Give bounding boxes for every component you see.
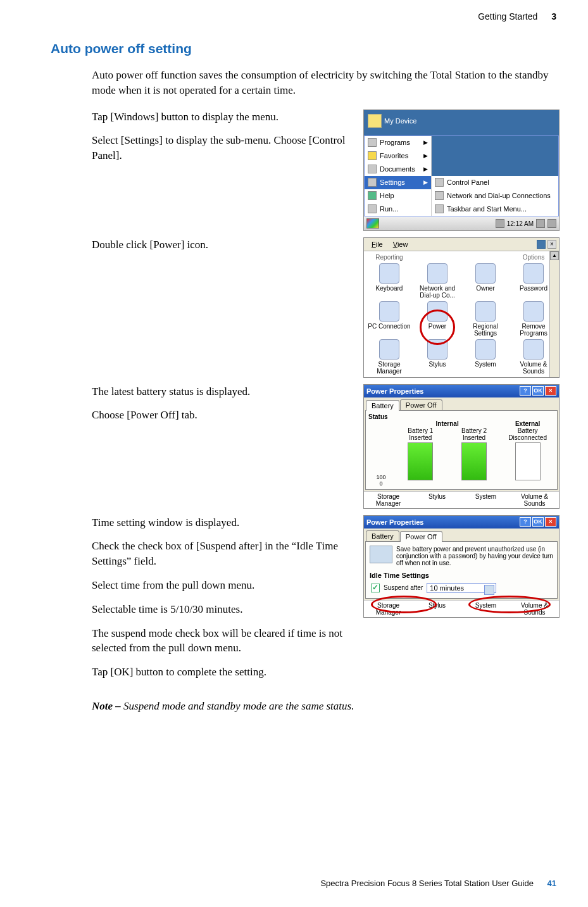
status-label: Status xyxy=(368,413,554,420)
menu-favorites[interactable]: Favorites▶ xyxy=(365,149,431,163)
tab-battery[interactable]: Battery xyxy=(366,400,399,411)
figure-start-menu: My Device Programs▶ Favorites▶ Documents… xyxy=(363,109,560,231)
tray-icon-3[interactable] xyxy=(547,219,556,228)
cp-pc-connection[interactable]: PC Connection xyxy=(365,300,413,338)
help-icon[interactable] xyxy=(537,240,546,249)
step4-text-5: The suspend mode check box will be clear… xyxy=(92,626,357,656)
cp-keyboard[interactable]: Keyboard xyxy=(365,262,413,300)
window-title: Power Properties xyxy=(366,518,423,526)
settings-icon xyxy=(368,178,377,187)
storage-icon xyxy=(379,339,399,360)
start-menu-left: Programs▶ Favorites▶ Documents▶ Settings… xyxy=(365,136,432,216)
footer-page-number: 41 xyxy=(547,879,556,888)
menu-view[interactable]: View xyxy=(388,239,413,249)
tray-icon-2[interactable] xyxy=(536,219,545,228)
step3-text-2: Choose [Power Off] tab. xyxy=(92,408,357,423)
cp-regional[interactable]: Regional Settings xyxy=(461,300,510,338)
window-title: Power Properties xyxy=(366,387,423,395)
desktop-label: My Device xyxy=(384,117,416,125)
step4-text-2: Check the check box of [Suspend after] i… xyxy=(92,539,357,569)
documents-icon xyxy=(368,165,377,173)
pc-icon xyxy=(379,301,399,322)
battery-ext-bar xyxy=(515,442,541,480)
submenu-network[interactable]: Network and Dial-up Connections xyxy=(432,189,558,203)
clock: 12:12 AM xyxy=(507,220,534,227)
highlight-circle-checkbox xyxy=(371,596,437,613)
chevron-right-icon: ▶ xyxy=(423,179,428,185)
system-icon xyxy=(475,339,496,360)
menu-help[interactable]: Help xyxy=(365,189,431,203)
footer-guide: Spectra Precision Focus 8 Series Total S… xyxy=(320,879,533,888)
figure-power-off-tab: Power Properties ? OK × Battery Power Of… xyxy=(363,515,560,618)
menu-programs[interactable]: Programs▶ xyxy=(365,136,431,149)
suspend-checkbox[interactable] xyxy=(371,584,380,592)
help-icon xyxy=(368,191,377,200)
control-panel-icon xyxy=(435,178,444,187)
help-button[interactable]: ? xyxy=(520,386,531,396)
cp-system[interactable]: System xyxy=(461,338,510,376)
taskbar-icon xyxy=(435,204,444,213)
network-icon xyxy=(427,263,447,284)
step2-text: Double click [Power] icon. xyxy=(92,237,357,253)
submenu-control-panel[interactable]: Control Panel xyxy=(432,176,558,189)
suspend-label: Suspend after xyxy=(384,584,423,591)
ok-button[interactable]: OK xyxy=(532,517,544,527)
close-icon[interactable]: × xyxy=(547,240,556,249)
y-axis-low: 0 xyxy=(368,480,394,487)
cp-network[interactable]: Network and Dial-up Co... xyxy=(413,262,461,300)
idle-time-group: Idle Time Settings xyxy=(370,572,554,579)
close-button[interactable]: × xyxy=(545,517,556,527)
owner-icon xyxy=(475,263,496,284)
page-header: Getting Started 3 xyxy=(478,11,556,22)
chapter-title: Getting Started xyxy=(478,11,537,22)
tab-battery[interactable]: Battery xyxy=(366,530,399,541)
step-1: Tap [Windows] button to display the menu… xyxy=(92,109,560,231)
password-icon xyxy=(523,263,544,284)
suspend-time-select[interactable]: 10 minutes xyxy=(427,583,496,593)
note: Note – Suspend mode and standby mode are… xyxy=(92,700,560,713)
device-icon xyxy=(368,114,382,128)
regional-icon xyxy=(475,301,496,322)
submenu-taskbar[interactable]: Taskbar and Start Menu... xyxy=(432,203,558,216)
menu-settings[interactable]: Settings▶ xyxy=(365,176,431,189)
step1-text-2: Select [Settings] to display the sub-men… xyxy=(92,133,357,163)
close-button[interactable]: × xyxy=(545,386,556,396)
tab-power-off[interactable]: Power Off xyxy=(400,399,442,410)
step-4: Time setting window is displayed. Check … xyxy=(92,515,560,689)
taskbar: 12:12 AM xyxy=(364,216,559,230)
network-icon xyxy=(435,191,444,200)
titlebar: Power Properties ? OK × xyxy=(364,516,559,529)
step4-text-3: Select time from the pull down menu. xyxy=(92,578,357,593)
external-header: External xyxy=(501,420,554,427)
internal-header: Internal xyxy=(394,420,501,427)
step4-text-4: Selectable time is 5/10/30 minutes. xyxy=(92,602,357,617)
note-label: Note – xyxy=(92,700,123,712)
programs-icon xyxy=(368,138,377,147)
ok-button[interactable]: OK xyxy=(532,386,544,396)
section-title: Auto power off setting xyxy=(51,41,560,56)
step-3: The latest battery status is displayed. … xyxy=(92,384,560,509)
tab-power-off[interactable]: Power Off xyxy=(400,531,442,542)
menu-documents[interactable]: Documents▶ xyxy=(365,163,431,176)
power-off-description: Save battery power and prevent unauthori… xyxy=(396,546,553,566)
scroll-up-icon[interactable]: ▲ xyxy=(550,251,559,260)
desktop-my-device[interactable]: My Device xyxy=(368,114,555,128)
favorites-icon xyxy=(368,151,377,160)
tray-icon[interactable] xyxy=(496,219,504,228)
start-submenu: Control Panel Network and Dial-up Connec… xyxy=(432,136,558,216)
figure-control-panel: File View × Reporting Options Keyboard N… xyxy=(363,237,560,378)
menu-file[interactable]: File xyxy=(366,239,388,249)
intro-paragraph: Auto power off function saves the consum… xyxy=(92,68,560,98)
chevron-right-icon: ▶ xyxy=(423,166,428,172)
keyboard-icon xyxy=(379,263,399,284)
cp-storage[interactable]: Storage Manager xyxy=(365,338,413,376)
start-button[interactable] xyxy=(366,218,379,228)
menu-run[interactable]: Run... xyxy=(365,203,431,216)
chapter-number: 3 xyxy=(551,11,556,22)
scrollbar[interactable]: ▲ xyxy=(549,251,559,377)
titlebar: Power Properties ? OK × xyxy=(364,385,559,397)
help-button[interactable]: ? xyxy=(520,517,531,527)
cp-owner[interactable]: Owner xyxy=(461,262,510,300)
device-icon xyxy=(370,546,392,563)
step-2: Double click [Power] icon. File View × R… xyxy=(92,237,560,378)
